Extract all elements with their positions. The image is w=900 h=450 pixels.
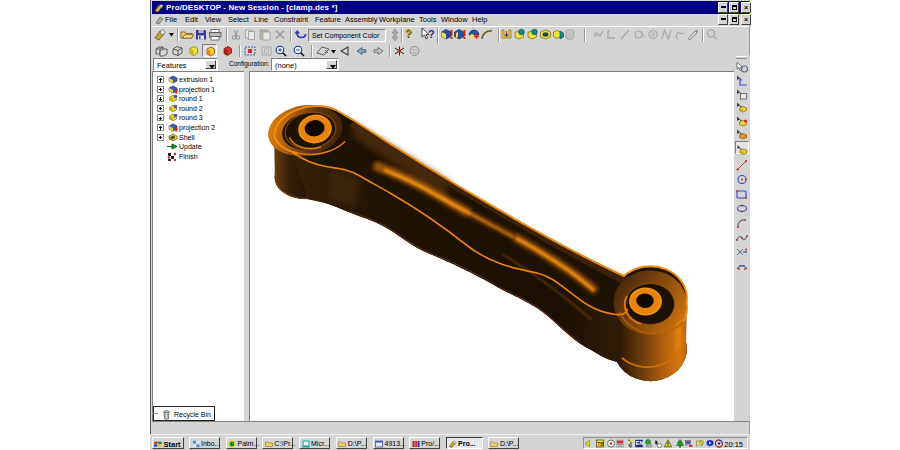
svg-text:EN: EN [636,440,643,446]
svg-text:?: ? [428,28,435,40]
svg-text:TB: TB [597,441,604,447]
